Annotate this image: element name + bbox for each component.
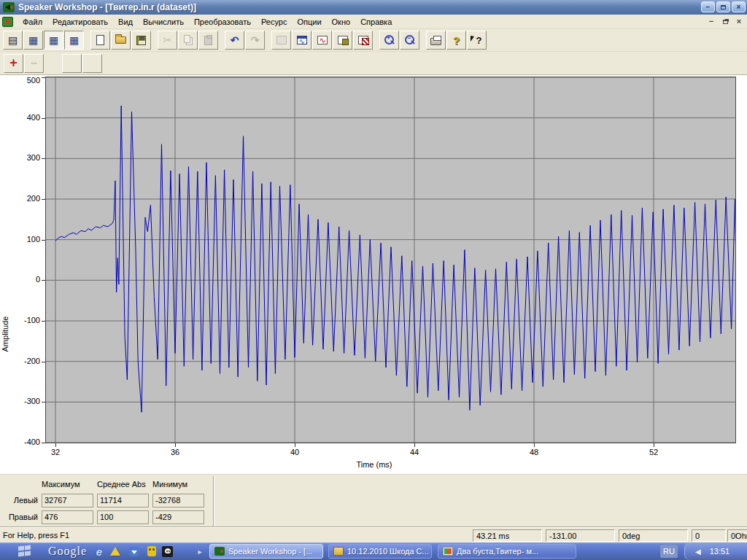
y-tick xyxy=(42,199,45,200)
taskbar-task-1[interactable]: Speaker Workshop - [... xyxy=(209,544,323,559)
menu-Ресурс[interactable]: Ресурс xyxy=(256,15,292,28)
waveform-plot[interactable] xyxy=(46,77,735,443)
save-icon xyxy=(136,36,146,45)
y-tick-label: -200 xyxy=(9,357,40,365)
ie-icon[interactable] xyxy=(93,545,105,557)
restore-button[interactable] xyxy=(716,1,730,12)
remove-button xyxy=(24,54,44,73)
x-tick-label: 36 xyxy=(163,448,187,456)
taskbar-task-3[interactable]: Два буста,Твитер- м... xyxy=(438,544,576,559)
y-tick xyxy=(42,118,45,119)
hide-icons-icon[interactable]: ◀ xyxy=(695,548,701,556)
y-tick-label: 200 xyxy=(9,194,40,203)
zoom-in-button[interactable] xyxy=(379,31,399,50)
google-toolbar-logo[interactable]: Google xyxy=(48,545,87,558)
minimize-button[interactable]: − xyxy=(701,1,715,12)
menu-Окно[interactable]: Окно xyxy=(327,15,356,28)
datasheet-columns-button[interactable] xyxy=(44,31,63,50)
undo-button[interactable] xyxy=(225,31,244,50)
y-tick-label: -400 xyxy=(9,438,40,446)
blank-button[interactable] xyxy=(62,54,82,73)
y-tick xyxy=(42,240,45,241)
chart-export-icon xyxy=(358,36,368,44)
y-tick xyxy=(42,321,45,322)
stats-header-1: Максимум xyxy=(42,480,80,489)
x-tick xyxy=(654,443,654,447)
x-tick xyxy=(295,443,295,447)
x-tick xyxy=(534,443,535,447)
chart-save-icon xyxy=(338,36,348,44)
toolbar-separator xyxy=(152,31,158,50)
taskbar: Google ▸ Speaker Workshop - [...10.12.20… xyxy=(0,542,747,560)
x-tick xyxy=(175,443,176,447)
taskbar-task-2[interactable]: 10.12.2010 Шкода С... xyxy=(328,544,432,559)
y-tick xyxy=(42,362,45,362)
tree-view-button[interactable] xyxy=(3,31,23,50)
mdi-close-button[interactable]: × xyxy=(733,16,745,27)
context-help-button[interactable] xyxy=(467,31,487,50)
cut-icon xyxy=(161,34,174,46)
menu-Редактировать[interactable]: Редактировать xyxy=(47,15,113,28)
document-icon xyxy=(2,17,13,27)
media-app-icon xyxy=(443,547,453,556)
y-tick-label: -300 xyxy=(9,397,40,405)
language-indicator[interactable]: RU xyxy=(660,545,678,558)
waveform-line xyxy=(55,106,735,412)
plot-region[interactable] xyxy=(45,77,736,443)
x-axis-title: Time (ms) xyxy=(330,460,418,469)
chart-export-button[interactable] xyxy=(353,31,373,50)
blank-icon xyxy=(92,63,93,63)
import-chart-icon xyxy=(276,36,287,44)
datasheet-rows-button[interactable] xyxy=(64,31,84,50)
y-axis-title: Amplitude xyxy=(1,308,9,359)
menu-Файл[interactable]: Файл xyxy=(18,15,47,28)
mdi-restore-button[interactable] xyxy=(719,16,731,27)
robot-icon[interactable] xyxy=(146,545,158,557)
x-tick xyxy=(414,443,415,447)
close-button[interactable]: × xyxy=(732,1,746,12)
titlebar: Speaker Workshop - [Твитер.in.r (dataset… xyxy=(0,0,747,15)
y-tick-label: 400 xyxy=(9,113,40,122)
y-tick xyxy=(42,443,45,443)
skull-icon[interactable] xyxy=(161,545,173,557)
redo-icon xyxy=(249,34,261,46)
chart-save-button[interactable] xyxy=(333,31,352,50)
menu-Вычислить[interactable]: Вычислить xyxy=(138,15,189,28)
zoom-out-button[interactable] xyxy=(400,31,419,50)
datasheet-icon xyxy=(27,34,39,46)
download-manager-icon[interactable] xyxy=(128,545,139,557)
y-tick-label: 100 xyxy=(9,235,40,244)
y-tick-label: 0 xyxy=(9,275,40,284)
menu-Опции[interactable]: Опции xyxy=(292,15,326,28)
help-button[interactable] xyxy=(446,31,466,50)
zoom-in-icon xyxy=(383,34,395,46)
blank-button[interactable] xyxy=(82,54,102,73)
menu-Справка[interactable]: Справка xyxy=(355,15,397,28)
print-button[interactable] xyxy=(426,31,446,50)
add-button[interactable] xyxy=(4,54,23,73)
quick-launch-expand-icon[interactable]: ▸ xyxy=(194,545,206,557)
triangle-logo-icon[interactable] xyxy=(109,545,121,557)
save-button[interactable] xyxy=(131,31,151,50)
new-document-button[interactable] xyxy=(90,31,110,50)
menu-Вид[interactable]: Вид xyxy=(113,15,138,28)
windows-start-icon[interactable] xyxy=(18,545,33,557)
x-tick xyxy=(55,443,56,447)
chart-window-button[interactable] xyxy=(292,31,311,50)
datasheet-button[interactable] xyxy=(23,31,43,50)
stats-value-field: 476 xyxy=(42,510,93,524)
add-icon xyxy=(7,58,20,69)
mdi-minimize-button[interactable]: − xyxy=(705,16,717,27)
app-icon xyxy=(3,2,15,12)
toolbar-separator xyxy=(85,31,90,50)
toolbar-separator xyxy=(420,31,426,50)
copy-button xyxy=(178,31,198,50)
folder-icon xyxy=(333,547,344,556)
chart-line-button[interactable] xyxy=(312,31,332,50)
menu-Преобразовать[interactable]: Преобразовать xyxy=(189,15,256,28)
import-chart-button xyxy=(271,31,291,50)
toolbar-gap xyxy=(44,54,62,73)
chart-line-icon xyxy=(317,36,328,44)
status-panel-3: 0deg xyxy=(619,529,688,542)
open-folder-button[interactable] xyxy=(111,31,131,50)
